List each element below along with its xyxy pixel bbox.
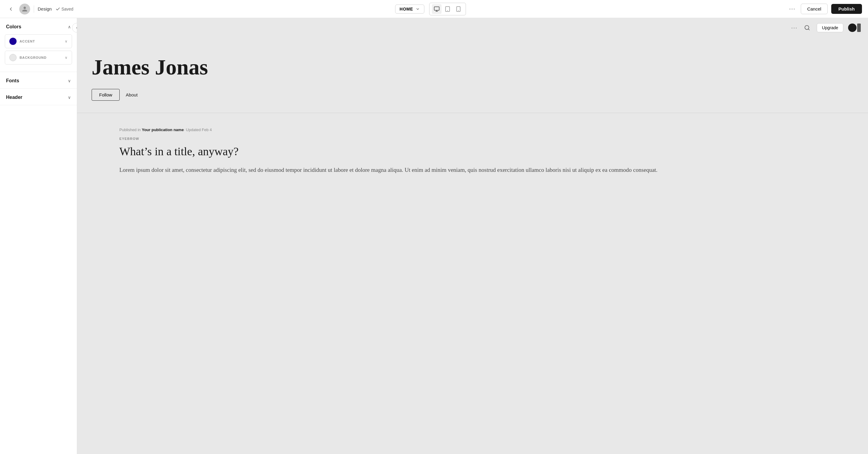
fonts-chevron-icon: ∨ — [68, 79, 71, 83]
colors-section-header[interactable]: Colors ∧ — [0, 18, 77, 34]
saved-status: Saved — [56, 7, 73, 11]
blog-header: James Jonas Follow About — [77, 37, 868, 113]
layout: ‹ Colors ∧ ACCENT ∨ BACKGRO — [0, 18, 868, 454]
colors-section: Colors ∧ ACCENT ∨ BACKGROUND ∨ — [0, 18, 77, 72]
topbar-center: HOME — [395, 3, 466, 16]
logo-circle — [848, 24, 857, 32]
header-chevron-icon: ∨ — [68, 95, 71, 100]
updated-text: · Updated Feb 4 — [184, 127, 212, 132]
saved-label-text: Saved — [61, 7, 73, 11]
svg-line-8 — [808, 29, 809, 30]
header-section-title: Header — [6, 95, 22, 100]
blog-title: James Jonas — [92, 56, 854, 79]
accent-color-label: ACCENT — [20, 39, 35, 43]
background-color-label: BACKGROUND — [20, 56, 46, 59]
page-selector-text: HOME — [400, 7, 413, 11]
page-selector[interactable]: HOME — [395, 4, 424, 13]
blog-actions: Follow About — [92, 89, 854, 101]
topbar-right: ··· Cancel Publish — [787, 4, 862, 14]
publication-name: Your publication name — [142, 127, 184, 132]
article-section: Published in Your publication name· Upda… — [77, 113, 868, 189]
device-icons — [429, 3, 466, 16]
fonts-section-title: Fonts — [6, 78, 19, 84]
more-options-button[interactable]: ··· — [787, 4, 797, 14]
page-selector-chevron — [415, 7, 420, 11]
search-button[interactable] — [802, 23, 812, 33]
preview-header: ··· Upgrade — [77, 18, 868, 37]
main-content: ··· Upgrade James Jonas Follow About — [77, 18, 868, 454]
preview-more-button[interactable]: ··· — [791, 25, 798, 31]
topbar-left: Design Saved — [6, 4, 73, 14]
mobile-view-button[interactable] — [454, 4, 463, 14]
colors-section-content: ACCENT ∨ BACKGROUND ∨ — [0, 34, 77, 72]
topbar-divider — [34, 5, 34, 13]
logo-bar — [857, 24, 861, 32]
header-section-header[interactable]: Header ∨ — [0, 89, 77, 105]
colors-section-title: Colors — [6, 24, 22, 30]
search-icon — [804, 25, 810, 31]
background-color-row[interactable]: BACKGROUND ∨ — [5, 51, 72, 64]
cancel-button[interactable]: Cancel — [801, 4, 828, 14]
published-prefix: Published in — [119, 127, 142, 132]
article-title: What’s in a title, anyway? — [119, 144, 826, 159]
sidebar: ‹ Colors ∧ ACCENT ∨ BACKGRO — [0, 18, 77, 454]
design-label: Design — [38, 6, 52, 11]
accent-chevron-icon: ∨ — [65, 39, 67, 43]
fonts-section-header[interactable]: Fonts ∨ — [0, 72, 77, 88]
background-color-swatch — [9, 54, 17, 61]
article-body: Lorem ipsum dolor sit amet, consectetur … — [119, 165, 826, 175]
header-section: Header ∨ — [0, 89, 77, 105]
colors-chevron-icon: ∧ — [68, 24, 71, 29]
background-chevron-icon: ∨ — [65, 56, 67, 60]
medium-logo — [848, 24, 861, 32]
accent-color-swatch — [9, 38, 17, 45]
fonts-section: Fonts ∨ — [0, 72, 77, 89]
accent-color-left: ACCENT — [9, 38, 35, 45]
avatar — [19, 4, 30, 14]
eyebrow-label: EYEBROW — [119, 137, 826, 141]
svg-rect-0 — [434, 7, 439, 10]
desktop-view-button[interactable] — [432, 4, 441, 14]
accent-color-row[interactable]: ACCENT ∨ — [5, 34, 72, 48]
follow-button[interactable]: Follow — [92, 89, 120, 101]
back-button[interactable] — [6, 4, 16, 14]
tablet-view-button[interactable] — [443, 4, 453, 14]
upgrade-button[interactable]: Upgrade — [817, 23, 843, 32]
published-line: Published in Your publication name· Upda… — [119, 127, 826, 132]
publish-button[interactable]: Publish — [831, 4, 862, 14]
background-color-left: BACKGROUND — [9, 54, 46, 61]
about-link[interactable]: About — [126, 92, 137, 97]
topbar: Design Saved HOME — [0, 0, 868, 18]
